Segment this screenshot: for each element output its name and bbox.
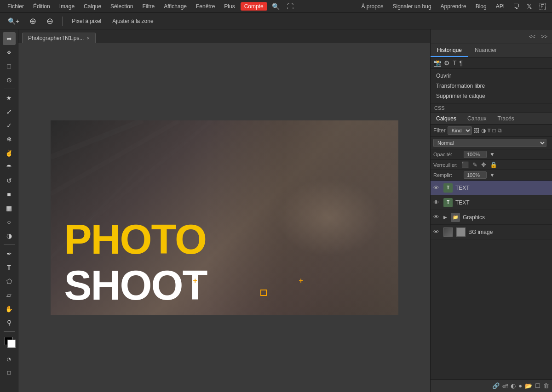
menu-apprendre[interactable]: Apprendre (437, 2, 470, 11)
zoom-tool[interactable]: ⚲ (3, 316, 16, 329)
adjustment-icon[interactable]: ● (518, 382, 522, 389)
history-item-ouvrir[interactable]: Ouvrir (431, 71, 552, 81)
transform-cross-2[interactable]: + (299, 277, 303, 285)
background-color[interactable] (7, 340, 16, 348)
history-camera-icon[interactable]: 📸 (433, 59, 441, 67)
quick-mask-tool[interactable]: ◔ (3, 352, 16, 365)
layer-row-text2[interactable]: 👁 T TEXT (431, 195, 552, 210)
transform-center-handle[interactable] (260, 290, 267, 296)
menu-api[interactable]: API (492, 2, 508, 11)
canvas[interactable]: PHOTO SHOOT + + + (51, 120, 398, 315)
layer-vis-graphics[interactable]: 👁 (433, 214, 441, 221)
adjust-label[interactable]: Ajuster à la zone (109, 17, 157, 25)
text-tool[interactable]: T (3, 261, 16, 274)
fill-dropdown-icon[interactable]: ▼ (489, 172, 495, 178)
zoom-out-minus[interactable]: ⊖ (43, 15, 57, 28)
layer-row-graphics[interactable]: 👁 ▶ 📁 Graphics (431, 210, 552, 225)
tab-close[interactable]: × (86, 35, 89, 41)
panel-expand-icon[interactable]: >> (539, 33, 549, 41)
twitter-icon[interactable]: 𝕏 (524, 2, 535, 11)
history-para-icon[interactable]: ¶ (460, 59, 463, 67)
opacity-dropdown-icon[interactable]: ▼ (489, 151, 495, 158)
menu-fichier[interactable]: Fichier (4, 2, 28, 11)
lock-checkerboard-icon[interactable]: ⬛ (461, 161, 469, 168)
css-label[interactable]: CSS (431, 103, 552, 113)
layer-vis-text1[interactable]: 👁 (433, 184, 441, 191)
layer-expand-icon[interactable]: ▶ (443, 215, 447, 220)
menu-filtre[interactable]: Filtre (138, 2, 158, 11)
layer-vis-bg[interactable]: 👁 (433, 228, 441, 235)
filter-icon-shape[interactable]: □ (492, 127, 495, 134)
reddit-icon[interactable]: 🗨 (510, 2, 522, 11)
lock-brush-icon[interactable]: ✎ (472, 161, 477, 168)
crop-tool[interactable]: ⤢ (3, 105, 16, 118)
history-item-delete[interactable]: Supprimer le calque (431, 91, 552, 101)
magic-wand-tool[interactable]: ★ (3, 91, 16, 104)
layer-row-text1[interactable]: 👁 T TEXT (431, 181, 552, 195)
zoom-in-button[interactable]: 🔍+ (5, 16, 23, 26)
menu-selection[interactable]: Sélection (107, 2, 137, 11)
lasso-tool[interactable]: ⊙ (3, 74, 16, 86)
new-layer-icon[interactable]: ☐ (535, 382, 540, 389)
menu-fenetre[interactable]: Fenêtre (192, 2, 218, 11)
filter-icon-image[interactable]: 🖼 (474, 127, 479, 134)
fill-value[interactable]: 100% (464, 171, 487, 179)
history-settings-icon[interactable]: ⚙ (444, 59, 450, 67)
eraser-tool[interactable]: ■ (3, 188, 16, 201)
fullscreen-icon[interactable]: ⛶ (284, 2, 296, 11)
menu-apropos[interactable]: À propos (357, 2, 387, 11)
tab-canaux[interactable]: Canaux (462, 113, 492, 124)
lock-move-icon[interactable]: ✥ (481, 161, 486, 168)
eyedropper-tool[interactable]: ✓ (3, 119, 16, 132)
lock-padlock-icon[interactable]: 🔒 (490, 161, 497, 168)
blend-mode-select[interactable]: Normal (433, 139, 546, 147)
history-text-icon[interactable]: T (453, 59, 457, 67)
color-swatches[interactable] (3, 335, 16, 348)
shape-tool[interactable]: ▱ (3, 289, 16, 301)
select-tool[interactable]: ⬌ (3, 32, 16, 45)
move-tool[interactable]: ✥ (3, 46, 16, 59)
folder-icon[interactable]: 📂 (525, 382, 532, 389)
delete-layer-icon[interactable]: 🗑 (543, 382, 549, 389)
filter-icon-adjust[interactable]: ◑ (481, 127, 486, 134)
menu-signaler[interactable]: Signaler un bug (389, 2, 435, 11)
mask-icon[interactable]: ◐ (511, 382, 516, 389)
menu-edition[interactable]: Édition (29, 2, 54, 11)
pen-tool[interactable]: ✒ (3, 247, 16, 260)
filter-icon-text[interactable]: T (488, 128, 491, 133)
filter-kind-select[interactable]: Kind (448, 126, 472, 135)
zoom-in-plus[interactable]: ⊕ (26, 15, 40, 28)
tab-traces[interactable]: Tracés (492, 113, 519, 124)
fx-icon[interactable]: eff (502, 383, 508, 389)
heal-tool[interactable]: ❄ (3, 133, 16, 146)
path-select-tool[interactable]: ⬠ (3, 275, 16, 288)
history-item-transform[interactable]: Transformation libre (431, 81, 552, 91)
pixel-label[interactable]: Pixel à pixel (68, 17, 105, 25)
layer-vis-text2[interactable]: 👁 (433, 199, 441, 206)
transform-cross-1[interactable]: + (193, 277, 197, 285)
opacity-value[interactable]: 100% (464, 151, 487, 158)
history-brush-tool[interactable]: ↺ (3, 174, 16, 187)
blur-tool[interactable]: ○ (3, 216, 16, 228)
screen-mode-tool[interactable]: ☐ (3, 366, 16, 379)
menu-affichage[interactable]: Affichage (160, 2, 190, 11)
hand-tool[interactable]: ✋ (3, 302, 16, 315)
link-icon[interactable]: 🔗 (492, 382, 500, 389)
menu-blog[interactable]: Blog (472, 2, 490, 11)
menu-plus[interactable]: Plus (220, 2, 238, 11)
gradient-tool[interactable]: ▦ (3, 202, 16, 215)
dodge-tool[interactable]: ◑ (3, 229, 16, 242)
filter-icon-smartobj[interactable]: ⧉ (498, 127, 502, 134)
tab-nuancier[interactable]: Nuancier (468, 44, 503, 57)
menu-compte[interactable]: Compte (241, 2, 267, 11)
panel-collapse-icon[interactable]: << (527, 33, 537, 41)
facebook-icon[interactable]: 🇫 (536, 2, 548, 11)
stamp-tool[interactable]: ☂ (3, 160, 16, 173)
rect-select-tool[interactable]: □ (3, 60, 16, 73)
search-icon[interactable]: 🔍 (269, 2, 282, 11)
tab-historique[interactable]: Historique (431, 44, 468, 57)
tab-calques[interactable]: Calques (431, 113, 462, 124)
layer-row-bg[interactable]: 👁 BG image (431, 225, 552, 239)
menu-calque[interactable]: Calque (80, 2, 105, 11)
menu-image[interactable]: Image (56, 2, 78, 11)
